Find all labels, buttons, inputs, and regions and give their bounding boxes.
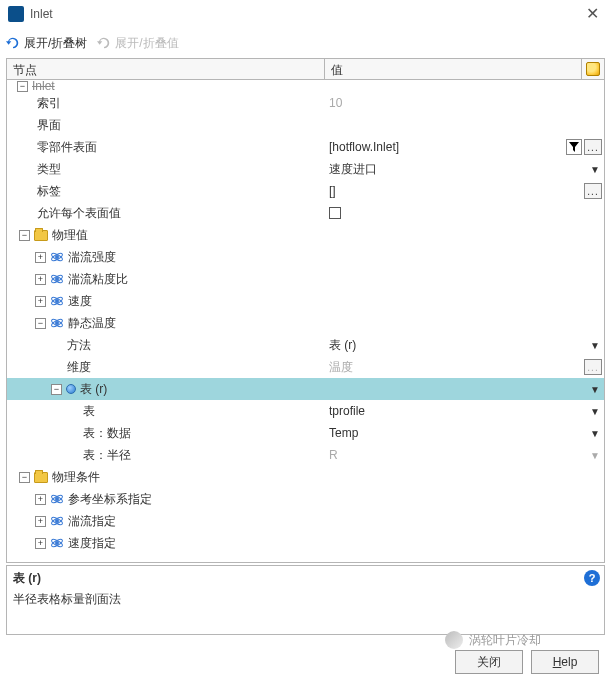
chevron-down-icon[interactable]: ▼ [588,426,602,440]
node-label: 湍流粘度比 [68,271,128,288]
header-value[interactable]: 值 [325,59,582,79]
physics-icon [50,294,64,308]
search-icon [586,62,600,76]
tree-row-turb-visc-ratio[interactable]: + 湍流粘度比 [7,268,604,290]
node-label: 湍流指定 [68,513,116,530]
expand-value-label: 展开/折叠值 [115,35,178,52]
node-label: Inlet [32,80,55,92]
node-label: 维度 [67,359,91,376]
node-label: 参考坐标系指定 [68,491,152,508]
checkbox[interactable] [329,207,341,219]
value-cell[interactable]: 速度进口 ▼ [325,158,604,180]
node-label: 物理值 [52,227,88,244]
tree-row-tag[interactable]: 标签 [] ... [7,180,604,202]
chevron-down-icon[interactable]: ▼ [588,448,602,462]
node-label: 允许每个表面值 [37,205,121,222]
header-node[interactable]: 节点 [7,59,325,79]
grid-body[interactable]: − Inlet 索引 10 界面 零部件表面 [6,80,605,563]
node-label: 速度指定 [68,535,116,552]
tree-row-ref-frame[interactable]: + 参考坐标系指定 [7,488,604,510]
grid-header: 节点 值 [6,58,605,80]
filter-icon[interactable] [566,139,582,155]
chevron-down-icon[interactable]: ▼ [588,404,602,418]
ellipsis-button[interactable]: ... [584,183,602,199]
close-button[interactable]: 关闭 [455,650,523,674]
description-title: 表 (r) [13,570,598,587]
chevron-down-icon[interactable]: ▼ [588,162,602,176]
expander-icon[interactable]: + [35,516,46,527]
ellipsis-button[interactable]: ... [584,139,602,155]
chevron-down-icon[interactable]: ▼ [588,382,602,396]
value-cell[interactable]: R ▼ [325,444,604,466]
tree-row-index[interactable]: 索引 10 [7,92,604,114]
value-cell[interactable]: 表 (r) ▼ [325,334,604,356]
node-label: 方法 [67,337,91,354]
expander-icon[interactable]: + [35,252,46,263]
tree-row-part-surface[interactable]: 零部件表面 [hotflow.Inlet] ... [7,136,604,158]
tree-row-turb-intensity[interactable]: + 湍流强度 [7,246,604,268]
tree-row-vel-spec[interactable]: + 速度指定 [7,532,604,554]
expander-icon[interactable]: + [35,274,46,285]
value-cell[interactable] [325,114,604,136]
expander-icon[interactable]: + [35,494,46,505]
expander-icon[interactable]: − [51,384,62,395]
tree-row-table[interactable]: 表 tprofile ▼ [7,400,604,422]
help-button[interactable]: Help [531,650,599,674]
node-dot-icon [66,384,76,394]
tree-row-allow-per-surface[interactable]: 允许每个表面值 [7,202,604,224]
expander-icon[interactable]: + [35,296,46,307]
value-cell[interactable]: [] ... [325,180,604,202]
tree-row-table-r[interactable]: − 表 (r) ▼ [7,378,604,400]
expander-icon[interactable]: − [17,81,28,92]
tree-row-type[interactable]: 类型 速度进口 ▼ [7,158,604,180]
expander-icon[interactable]: − [19,472,30,483]
value-cell[interactable]: 温度 ... [325,356,604,378]
refresh-icon [6,36,20,50]
help-icon[interactable]: ? [584,570,600,586]
folder-icon [34,472,48,483]
help-button-label: elp [561,655,577,669]
expander-icon[interactable]: − [35,318,46,329]
tree-row-table-radius[interactable]: 表：半径 R ▼ [7,444,604,466]
value-text: R [329,448,338,462]
tree-row-method[interactable]: 方法 表 (r) ▼ [7,334,604,356]
value-cell[interactable]: [hotflow.Inlet] ... [325,136,604,158]
node-label: 静态温度 [68,315,116,332]
value-cell[interactable]: tprofile ▼ [325,400,604,422]
close-icon[interactable]: ✕ [582,4,603,23]
app-icon [8,6,24,22]
tree-row-velocity[interactable]: + 速度 [7,290,604,312]
header-search-button[interactable] [582,59,604,79]
main-panel: 节点 值 − Inlet 索引 10 界面 [6,58,605,635]
node-label: 类型 [37,161,61,178]
value-cell: 10 [325,92,604,114]
node-label: 速度 [68,293,92,310]
node-label: 界面 [37,117,61,134]
value-cell[interactable] [325,202,604,224]
value-text: Temp [329,426,358,440]
expander-icon[interactable]: + [35,538,46,549]
node-label: 湍流强度 [68,249,116,266]
physics-icon [50,250,64,264]
value-cell[interactable]: Temp ▼ [325,422,604,444]
tree-row-inlet[interactable]: − Inlet [7,80,604,92]
chevron-down-icon[interactable]: ▼ [588,338,602,352]
tree-row-interface[interactable]: 界面 [7,114,604,136]
value-text: 速度进口 [329,161,377,178]
expand-tree-label: 展开/折叠树 [24,35,87,52]
tree-row-turb-spec[interactable]: + 湍流指定 [7,510,604,532]
tree-row-dimension[interactable]: 维度 温度 ... [7,356,604,378]
tree-row-phys-conditions[interactable]: − 物理条件 [7,466,604,488]
tree-row-table-data[interactable]: 表：数据 Temp ▼ [7,422,604,444]
ellipsis-button[interactable]: ... [584,359,602,375]
tree-row-phys-values[interactable]: − 物理值 [7,224,604,246]
node-label: 表 (r) [80,381,107,398]
node-label: 标签 [37,183,61,200]
value-text: 温度 [329,359,353,376]
expand-tree-button[interactable]: 展开/折叠树 [6,35,87,52]
value-text: tprofile [329,404,365,418]
expander-icon[interactable]: − [19,230,30,241]
window-title: Inlet [30,7,582,21]
physics-icon [50,272,64,286]
tree-row-static-temp[interactable]: − 静态温度 [7,312,604,334]
